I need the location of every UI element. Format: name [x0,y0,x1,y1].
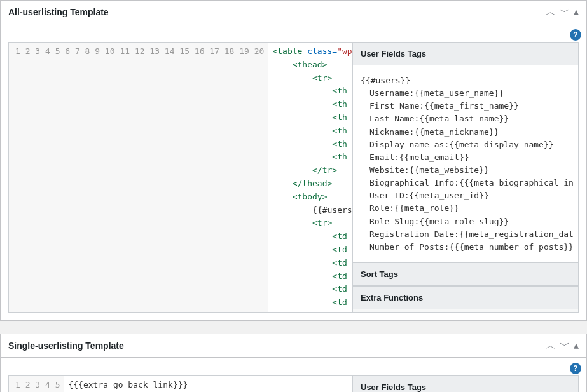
move-down-icon[interactable]: ﹀ [560,341,570,351]
sidebar-section-userfields[interactable]: User Fields Tags [353,376,578,392]
editor-wrap: 1 2 3 4 5 6 7 8 9 10 11 12 13 14 15 16 1… [8,42,579,313]
line-gutter: 1 2 3 4 5 6 7 8 9 10 11 12 13 14 15 16 1… [9,43,268,312]
panel-controls: ︿ ﹀ ▴ [546,341,579,351]
panel-header: All-userlisting Template ︿ ﹀ ▴ [1,1,586,24]
tag-opener[interactable]: {{#users}} [361,76,410,85]
line-gutter: 1 2 3 4 5 [9,376,64,392]
code-editor[interactable]: 1 2 3 4 5 {{{extra_go_back_link}}} <ul c… [9,376,352,392]
sidebar: User Fields Tags {{#users}} Username:{{m… [352,43,578,312]
sidebar: User Fields Tags Username:{{meta_user_na… [352,376,578,392]
tag-nickname[interactable]: Nickname:{{meta_nickname}} [369,126,570,139]
sidebar-tags-body: {{#users}} Username:{{meta_user_name}}Fi… [353,65,578,262]
tag-email[interactable]: Email:{{meta_email}} [369,151,570,164]
editor-wrap: 1 2 3 4 5 {{{extra_go_back_link}}} <ul c… [8,375,579,392]
panel-header: Single-userlisting Template ︿ ﹀ ▴ [1,334,586,358]
panel-controls: ︿ ﹀ ▴ [546,7,579,17]
tag-lastname[interactable]: Last Name:{{meta_last_name}} [369,112,570,125]
panel-title: All-userlisting Template [8,7,109,17]
code-editor[interactable]: 1 2 3 4 5 6 7 8 9 10 11 12 13 14 15 16 1… [9,43,352,312]
tag-role[interactable]: Role:{{meta_role}} [369,202,570,215]
all-userlisting-panel: All-userlisting Template ︿ ﹀ ▴ ? 1 2 3 4… [0,0,587,321]
move-up-icon[interactable]: ︿ [546,7,556,17]
tag-website[interactable]: Website:{{meta_website}} [369,164,570,177]
tag-numposts[interactable]: Number of Posts:{{{meta number of posts}… [369,241,570,253]
tag-username[interactable]: Username:{{meta_user_name}} [369,87,570,100]
code-area[interactable]: {{{extra_go_back_link}}} <ul class="wppb… [64,376,352,392]
tag-firstname[interactable]: First Name:{{meta_first_name}} [369,100,570,112]
help-icon[interactable]: ? [570,363,581,374]
sidebar-section-sorttags[interactable]: Sort Tags [353,262,578,286]
code-area[interactable]: <table class="wppb-table"> <thead> <tr> … [268,43,352,312]
panel-title: Single-userlisting Template [8,341,124,351]
tag-displayname[interactable]: Display name as:{{meta_display_name}} [369,139,570,151]
collapse-icon[interactable]: ▴ [574,7,579,17]
tag-roleslug[interactable]: Role Slug:{{meta_role_slug}} [369,215,570,228]
tag-regdate[interactable]: Registration Date:{{meta_registration_da… [369,228,570,241]
tag-userid[interactable]: User ID:{{meta_user_id}} [369,189,570,202]
help-icon[interactable]: ? [570,29,581,41]
panel-body: ? 1 2 3 4 5 6 7 8 9 10 11 12 13 14 15 16… [1,24,586,320]
move-up-icon[interactable]: ︿ [546,341,556,351]
sidebar-section-extrafns[interactable]: Extra Functions [353,286,578,309]
sidebar-section-userfields[interactable]: User Fields Tags [353,43,578,65]
collapse-icon[interactable]: ▴ [574,341,579,351]
single-userlisting-panel: Single-userlisting Template ︿ ﹀ ▴ ? 1 2 … [0,334,587,392]
panel-body: ? 1 2 3 4 5 {{{extra_go_back_link}}} <ul… [1,358,586,392]
move-down-icon[interactable]: ﹀ [560,7,570,17]
tag-bio[interactable]: Biographical Info:{{{meta_biographical_i… [369,177,570,189]
